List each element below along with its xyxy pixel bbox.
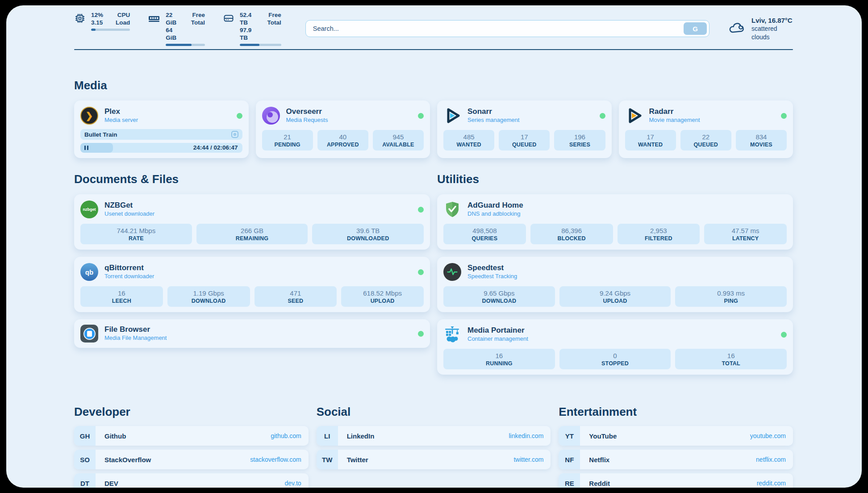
radarr-card[interactable]: Radarr Movie management 17 WANTED 22 QUE… <box>619 100 793 158</box>
cpu-progressbar <box>91 29 130 31</box>
bookmark-abbr: DT <box>74 473 96 488</box>
stat-ping: 0.993 ms PING <box>675 286 787 307</box>
dashboard-panel: 12% 3.15 CPU Load <box>6 5 862 488</box>
stat-download: 9.65 Gbps DOWNLOAD <box>443 286 555 307</box>
stat-remaining: 266 GB REMAINING <box>196 224 308 244</box>
app-title: Radarr <box>649 107 700 116</box>
stat-filtered: 2,953 FILTERED <box>618 224 700 244</box>
app-title: AdGuard Home <box>467 201 523 209</box>
bookmark-name: LinkedIn <box>347 432 375 440</box>
app-title: Sonarr <box>467 107 519 116</box>
portainer-icon <box>443 326 461 343</box>
search-engine-button[interactable]: G <box>684 22 707 35</box>
stat-downloaded: 39.6 TB DOWNLOADED <box>312 224 424 244</box>
app-subtitle: Speedtest Tracking <box>467 272 517 280</box>
adguard-card[interactable]: AdGuard Home DNS and adblocking 498,508 … <box>437 194 793 250</box>
radarr-icon <box>625 107 643 125</box>
bookmark-url[interactable]: dev.to <box>285 480 301 487</box>
overseerr-card[interactable]: Overseerr Media Requests 21 PENDING 40 A… <box>256 100 430 158</box>
app-subtitle: DNS and adblocking <box>467 209 523 218</box>
status-dot <box>418 331 424 337</box>
stat-approved: 40 APPROVED <box>317 130 368 150</box>
adguard-icon <box>443 201 461 218</box>
ram-icon <box>148 11 160 26</box>
bookmark-youtube[interactable]: YT YouTube youtube.com <box>559 426 793 446</box>
app-title: Overseerr <box>286 107 328 116</box>
stat-queries: 498,508 QUERIES <box>443 224 526 244</box>
stat-running: 16 RUNNING <box>443 349 555 369</box>
plex-card[interactable]: ❯ Plex Media server Bullet Train 24:44 /… <box>74 100 249 158</box>
disk-icon <box>223 11 234 26</box>
app-subtitle: Media File Management <box>104 334 167 342</box>
stat-rate: 744.21 Mbps RATE <box>80 224 192 244</box>
bookmark-reddit[interactable]: RE Reddit reddit.com <box>559 473 793 488</box>
bookmark-abbr: LI <box>317 426 338 446</box>
bookmark-name: DEV <box>104 480 118 487</box>
weather-location: Lviv, 16.87°C <box>751 16 793 25</box>
bookmark-stackoverflow[interactable]: SO StackOverflow stackoverflow.com <box>74 450 309 469</box>
disk-labels: Free Total <box>267 11 281 42</box>
session-camera-icon <box>231 131 238 138</box>
section-heading-utilities: Utilities <box>437 172 793 186</box>
overseerr-icon <box>262 107 280 125</box>
app-subtitle: Media Requests <box>286 116 328 124</box>
bookmark-linkedin[interactable]: LI LinkedIn linkedin.com <box>317 426 551 446</box>
utilities-column: Utilities AdGuard Home DNS and adblockin… <box>437 172 793 382</box>
speedtest-card[interactable]: Speedtest Speedtest Tracking 9.65 Gbps D… <box>437 257 793 312</box>
bookmark-group-entertainment: Entertainment YT YouTube youtube.com NF … <box>559 405 793 488</box>
bookmark-netflix[interactable]: NF Netflix netflix.com <box>559 450 793 469</box>
bookmark-abbr: SO <box>74 450 96 469</box>
bookmark-abbr: TW <box>317 450 338 469</box>
bookmark-abbr: RE <box>559 473 580 488</box>
nzbget-card[interactable]: nzbget NZBGet Usenet downloader 744.21 M… <box>74 194 430 250</box>
stat-latency: 47.57 ms LATENCY <box>704 224 787 244</box>
disk-metric: 52.4 TB 97.9 TB Free Total <box>223 11 281 46</box>
app-title: Media Portainer <box>467 326 528 334</box>
stat-stopped: 0 STOPPED <box>559 349 671 369</box>
stat-movies: 834 MOVIES <box>736 130 787 150</box>
cpu-labels: CPU Load <box>116 11 130 26</box>
ram-progressbar <box>166 44 205 46</box>
bookmark-dev[interactable]: DT DEV dev.to <box>74 473 309 488</box>
cpu-icon <box>74 11 86 26</box>
app-subtitle: Movie management <box>649 116 700 124</box>
stat-blocked: 86,396 BLOCKED <box>530 224 613 244</box>
disk-values: 52.4 TB 97.9 TB <box>240 11 255 42</box>
status-dot <box>781 113 787 119</box>
speedtest-icon <box>443 263 461 281</box>
portainer-card[interactable]: Media Portainer Container management 16 … <box>437 319 793 375</box>
app-subtitle: Media server <box>104 116 138 124</box>
bookmark-url[interactable]: reddit.com <box>757 480 786 487</box>
status-dot <box>418 269 424 275</box>
qbittorrent-card[interactable]: qb qBittorrent Torrent downloader 16 LEE… <box>74 257 430 312</box>
app-subtitle: Container management <box>467 334 528 343</box>
search-input[interactable] <box>313 25 684 32</box>
bookmark-url[interactable]: linkedin.com <box>509 432 544 439</box>
bookmark-url[interactable]: stackoverflow.com <box>250 456 301 463</box>
weather-condition: scattered clouds <box>751 25 793 42</box>
bookmark-url[interactable]: twitter.com <box>513 456 543 463</box>
media-cards-row: ❯ Plex Media server Bullet Train 24:44 /… <box>74 100 793 158</box>
section-heading-developer: Developer <box>74 405 309 419</box>
ram-values: 22 GiB 64 GiB <box>166 11 179 42</box>
playback-progressbar: 24:44 / 02:06:47 <box>80 143 242 153</box>
sonarr-card[interactable]: Sonarr Series management 485 WANTED 17 Q… <box>437 100 612 158</box>
app-title: NZBGet <box>104 201 154 209</box>
bookmark-url[interactable]: youtube.com <box>750 432 786 439</box>
bookmark-group-social: Social LI LinkedIn linkedin.com TW Twitt… <box>317 405 551 488</box>
search-bar[interactable]: G <box>305 20 709 37</box>
bookmark-name: Github <box>104 432 126 440</box>
bookmark-url[interactable]: github.com <box>271 432 301 439</box>
app-subtitle: Torrent downloader <box>104 272 154 280</box>
bookmark-url[interactable]: netflix.com <box>756 456 786 463</box>
cpu-values: 12% 3.15 <box>91 11 103 26</box>
filebrowser-card[interactable]: File Browser Media File Management <box>74 319 430 348</box>
stat-queued: 17 QUEUED <box>499 130 550 150</box>
bookmark-github[interactable]: GH Github github.com <box>74 426 309 446</box>
weather-widget: Lviv, 16.87°C scattered clouds <box>728 16 793 42</box>
top-bar: 12% 3.15 CPU Load <box>74 17 793 40</box>
stat-wanted: 17 WANTED <box>625 130 676 150</box>
bookmark-twitter[interactable]: TW Twitter twitter.com <box>317 450 551 469</box>
disk-progressbar <box>240 44 281 46</box>
stat-total: 16 TOTAL <box>675 349 787 369</box>
